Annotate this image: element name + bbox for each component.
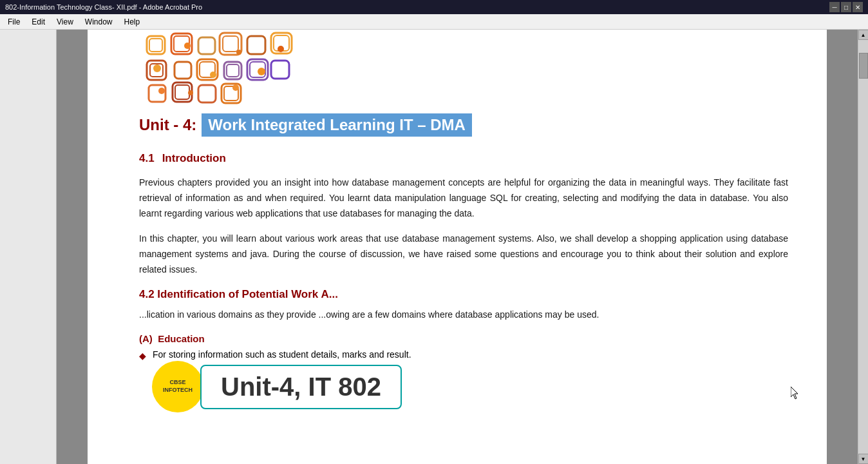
paragraph-1: Previous chapters provided you an insigh… (139, 175, 788, 221)
section-42-text: 4.2 Identification of Potential Work A..… (139, 288, 338, 300)
vertical-scrollbar[interactable]: ▲ ▼ (858, 30, 868, 464)
cbse-logo: CBSE INFOTECH (152, 361, 203, 412)
watermark-overlay: CBSE INFOTECH Unit-4, IT 802 (152, 361, 402, 412)
unit-label: Unit - 4: (139, 116, 196, 134)
unit-title-row: Unit - 4: Work Integrated Learning IT – … (139, 113, 788, 137)
edu-bullet-text: For storing information such as student … (153, 349, 411, 360)
infotech-text: INFOTECH (163, 387, 193, 394)
scroll-up-button[interactable]: ▲ (858, 30, 869, 40)
svg-point-27 (184, 43, 191, 49)
svg-rect-23 (198, 85, 216, 102)
section-41-heading: 4.1 Introduction (139, 152, 788, 165)
menu-edit[interactable]: Edit (26, 16, 50, 28)
svg-rect-19 (271, 61, 289, 79)
svg-point-29 (236, 50, 241, 55)
title-bar: 802-Information Technology Class- XII.pd… (0, 0, 868, 14)
scroll-down-button[interactable]: ▼ (858, 454, 869, 464)
main-container: Unit - 4: Work Integrated Learning IT – … (0, 30, 868, 464)
svg-rect-16 (227, 64, 239, 77)
menu-help[interactable]: Help (119, 16, 146, 28)
svg-rect-1 (149, 39, 162, 52)
svg-rect-6 (223, 36, 238, 52)
edu-heading: (A) Education (139, 333, 788, 344)
left-panel (0, 30, 57, 464)
svg-rect-7 (247, 36, 265, 54)
svg-point-33 (188, 90, 193, 95)
menu-bar: File Edit View Window Help (0, 14, 868, 30)
scroll-track[interactable] (858, 40, 868, 454)
menu-window[interactable]: Window (80, 16, 118, 28)
menu-file[interactable]: File (3, 16, 25, 28)
mouse-cursor (791, 387, 801, 400)
scroll-thumb[interactable] (859, 53, 868, 79)
window-title: 802-Information Technology Class- XII.pd… (5, 3, 202, 11)
svg-point-28 (210, 72, 216, 78)
menu-view[interactable]: View (52, 16, 79, 28)
restore-button[interactable]: □ (841, 2, 851, 12)
window-controls: ─ □ ✕ (829, 2, 863, 12)
section-42-body: ...lication in various domains as they p… (139, 307, 788, 323)
svg-rect-4 (198, 37, 215, 54)
paragraph-2: In this chapter, you will learn about va… (139, 231, 788, 277)
pdf-area: Unit - 4: Work Integrated Learning IT – … (57, 30, 858, 464)
svg-point-32 (158, 88, 165, 94)
decorative-header (88, 30, 294, 113)
svg-rect-12 (175, 62, 191, 79)
unit-badge: Unit-4, IT 802 (200, 365, 402, 409)
edu-label: (A) (139, 333, 153, 344)
cbse-text: CBSE (169, 379, 185, 387)
svg-point-31 (278, 46, 284, 52)
bullet-diamond-icon: ◆ (139, 351, 146, 361)
svg-point-34 (232, 84, 239, 91)
section-41-title: Introduction (162, 152, 226, 165)
minimize-button[interactable]: ─ (829, 2, 840, 12)
unit-name: Work Integrated Learning IT – DMA (202, 113, 472, 137)
edu-title: Education (158, 333, 205, 344)
svg-point-26 (153, 64, 161, 72)
section-42-heading: 4.2 Identification of Potential Work A..… (139, 288, 788, 301)
pdf-page: Unit - 4: Work Integrated Learning IT – … (88, 30, 827, 464)
close-button[interactable]: ✕ (853, 2, 863, 12)
section-41-num: 4.1 (139, 152, 155, 165)
svg-point-30 (258, 68, 265, 75)
svg-rect-22 (175, 85, 189, 99)
edu-bullet-item: ◆ For storing information such as studen… (139, 349, 788, 361)
